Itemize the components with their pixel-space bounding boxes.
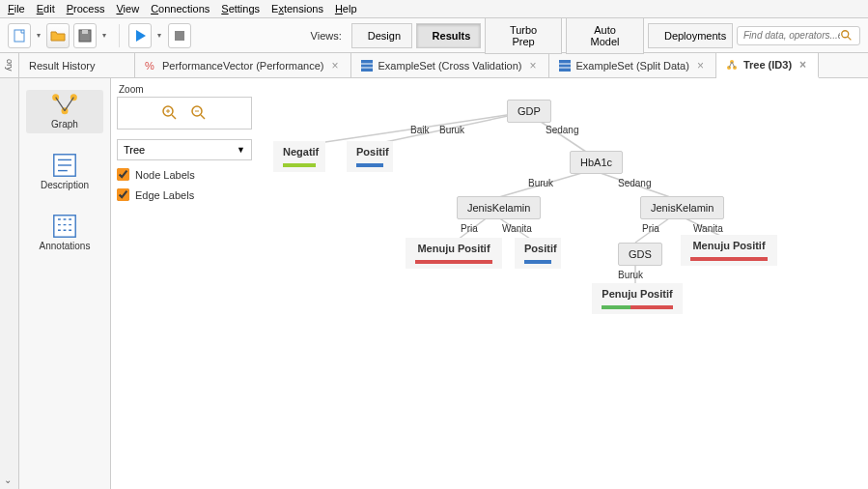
view-design[interactable]: Design bbox=[351, 23, 412, 48]
run-dropdown[interactable]: ▾ bbox=[155, 31, 163, 40]
new-dropdown[interactable]: ▾ bbox=[35, 31, 42, 40]
tab-row: ory Result History % PerformanceVector (… bbox=[0, 53, 868, 78]
edge-label: Wanita bbox=[502, 223, 532, 234]
edge-label: Buruk bbox=[528, 178, 553, 188]
edge-label: Buruk bbox=[618, 270, 643, 280]
leaf-bar bbox=[356, 163, 383, 167]
tree-canvas[interactable]: Zoom Tree ▼ Node Labels Edge Labels bbox=[111, 78, 868, 489]
leaf-bar bbox=[283, 163, 316, 167]
leaf-bar bbox=[690, 257, 768, 261]
leaf-label: Positif bbox=[356, 146, 389, 158]
description-icon bbox=[51, 155, 78, 176]
menubar: File Edit Process View Connections Setti… bbox=[0, 0, 868, 18]
tab-performance-vector[interactable]: % PerformanceVector (Performance) × bbox=[135, 53, 351, 77]
tree-leaf-positif-1[interactable]: Positif bbox=[347, 141, 393, 172]
svg-line-20 bbox=[56, 98, 65, 111]
svg-rect-3 bbox=[175, 31, 184, 41]
svg-rect-6 bbox=[361, 60, 373, 72]
svg-rect-9 bbox=[559, 60, 571, 72]
menu-file[interactable]: File bbox=[8, 3, 25, 14]
tab-exampleset-cv[interactable]: ExampleSet (Cross Validation) × bbox=[351, 53, 549, 77]
tree-node-hba1c[interactable]: HbA1c bbox=[570, 151, 623, 174]
leaf-label: Menuju Positif bbox=[692, 240, 765, 251]
search-input[interactable] bbox=[743, 30, 840, 41]
annotations-icon bbox=[51, 216, 78, 237]
close-icon[interactable]: × bbox=[798, 58, 808, 72]
tree-edges bbox=[111, 78, 868, 489]
view-results[interactable]: Results bbox=[416, 23, 481, 48]
tree-leaf-positif-2[interactable]: Positif bbox=[515, 238, 561, 269]
search-icon bbox=[840, 29, 854, 43]
menu-help[interactable]: Help bbox=[335, 3, 357, 14]
edge-label: Baik bbox=[410, 125, 429, 135]
tab-label: Tree (ID3) bbox=[743, 59, 792, 71]
sidebar-item-annotations[interactable]: Annotations bbox=[26, 212, 103, 255]
edge-label: Pria bbox=[461, 223, 478, 234]
search-box[interactable] bbox=[737, 26, 860, 45]
tree-node-gds[interactable]: GDS bbox=[618, 243, 662, 266]
leaf-label: Penuju Positif bbox=[602, 288, 672, 300]
edge-label: Sedang bbox=[546, 125, 578, 135]
close-icon[interactable]: × bbox=[330, 59, 341, 72]
tree-leaf-penuju-positif[interactable]: Penuju Positif bbox=[592, 283, 683, 314]
menu-view[interactable]: View bbox=[116, 3, 139, 14]
svg-rect-26 bbox=[54, 216, 75, 237]
chevron-down-icon[interactable]: ⌄ bbox=[4, 475, 12, 485]
leaf-bar bbox=[602, 305, 673, 309]
menu-edit[interactable]: Edit bbox=[37, 3, 55, 14]
tab-exampleset-split[interactable]: ExampleSet (Split Data) × bbox=[549, 53, 716, 77]
tab-tree-id3[interactable]: Tree (ID3) × bbox=[716, 53, 819, 78]
leaf-bar bbox=[524, 260, 551, 264]
leaf-bar bbox=[415, 260, 492, 264]
toolbar: ▾ ▾ ▾ Views: Design Results Turbo Prep A… bbox=[0, 18, 868, 53]
sidebar-item-label: Description bbox=[30, 180, 99, 190]
stop-button[interactable] bbox=[168, 23, 191, 48]
graph-icon bbox=[51, 94, 78, 115]
tab-label: ExampleSet (Split Data) bbox=[576, 60, 689, 72]
close-icon[interactable]: × bbox=[528, 59, 539, 72]
menu-connections[interactable]: Connections bbox=[151, 3, 210, 14]
percent-icon: % bbox=[145, 60, 156, 72]
tab-label: ExampleSet (Cross Validation) bbox=[378, 60, 522, 72]
tree-leaf-menuju-positif-1[interactable]: Menuju Positif bbox=[406, 238, 502, 269]
sidebar-item-graph[interactable]: Graph bbox=[26, 90, 103, 133]
svg-point-19 bbox=[62, 108, 69, 115]
new-button[interactable] bbox=[8, 23, 31, 48]
svg-point-17 bbox=[52, 95, 59, 101]
leaf-label: Positif bbox=[524, 243, 557, 254]
tree-node-gdp[interactable]: GDP bbox=[507, 100, 551, 123]
sidebar-item-label: Graph bbox=[30, 119, 99, 129]
tab-label: Result History bbox=[29, 60, 95, 72]
view-turbo-prep[interactable]: Turbo Prep bbox=[485, 17, 562, 54]
leaf-label: Negatif bbox=[283, 146, 319, 158]
view-auto-model[interactable]: Auto Model bbox=[566, 17, 644, 54]
close-icon[interactable]: × bbox=[695, 59, 706, 72]
tab-label: PerformanceVector (Performance) bbox=[162, 60, 324, 72]
tree-leaf-negatif[interactable]: Negatif bbox=[273, 141, 325, 172]
svg-rect-2 bbox=[82, 30, 88, 34]
menu-settings[interactable]: Settings bbox=[221, 3, 260, 14]
left-vertical-tab[interactable]: ory bbox=[0, 53, 19, 77]
save-dropdown[interactable]: ▾ bbox=[100, 31, 108, 40]
views-label: Views: bbox=[311, 30, 342, 42]
tree-node-jk1[interactable]: JenisKelamin bbox=[457, 196, 541, 219]
svg-line-5 bbox=[848, 36, 852, 40]
run-button[interactable] bbox=[128, 23, 152, 48]
edge-label: Sedang bbox=[618, 178, 651, 188]
sidebar-item-label: Annotations bbox=[30, 241, 99, 251]
tree-node-jk2[interactable]: JenisKelamin bbox=[640, 196, 724, 219]
menu-extensions[interactable]: Extensions bbox=[271, 3, 323, 14]
tree-leaf-menuju-positif-2[interactable]: Menuju Positif bbox=[681, 235, 777, 266]
edge-label: Wanita bbox=[693, 223, 723, 234]
save-button[interactable] bbox=[73, 23, 97, 48]
svg-point-4 bbox=[842, 30, 849, 37]
tab-result-history[interactable]: Result History bbox=[19, 53, 135, 77]
open-button[interactable] bbox=[46, 23, 70, 48]
menu-process[interactable]: Process bbox=[67, 3, 105, 14]
svg-point-18 bbox=[70, 95, 77, 101]
table-icon bbox=[361, 60, 373, 72]
view-deployments[interactable]: Deployments bbox=[648, 23, 733, 48]
left-strip: ⌄ bbox=[0, 78, 19, 489]
sidebar-item-description[interactable]: Description bbox=[26, 151, 103, 194]
edge-label: Buruk bbox=[439, 125, 464, 135]
